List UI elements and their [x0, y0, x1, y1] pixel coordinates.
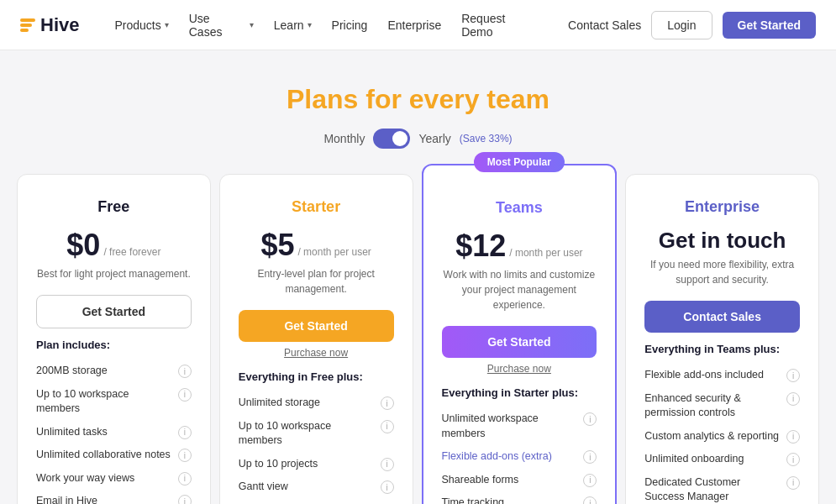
- starter-plan-includes: Everything in Free plus:: [239, 370, 394, 383]
- contact-sales-link[interactable]: Contact Sales: [568, 18, 641, 32]
- nav-item-learn[interactable]: Learn ▾: [266, 13, 320, 37]
- hero-title: Plans for every team: [17, 84, 819, 115]
- list-item: Unlimited workspace members i: [442, 407, 597, 445]
- info-icon[interactable]: i: [178, 472, 192, 486]
- enterprise-plan-includes: Everything in Teams plus:: [644, 343, 800, 355]
- nav-item-request-demo[interactable]: Request Demo: [453, 7, 548, 44]
- teams-feature-list: Unlimited workspace members i Flexible a…: [442, 407, 597, 504]
- nav-items: Products ▾ Use Cases ▾ Learn ▾ Pricing E…: [106, 7, 548, 44]
- info-icon[interactable]: i: [786, 453, 800, 466]
- billing-toggle[interactable]: [373, 129, 410, 149]
- info-icon[interactable]: i: [786, 369, 800, 382]
- info-icon[interactable]: i: [786, 476, 800, 490]
- nav-item-products[interactable]: Products ▾: [106, 13, 176, 37]
- starter-price-period: / month per user: [297, 246, 371, 258]
- teams-plan-title: Teams: [442, 199, 597, 217]
- chevron-down-icon: ▾: [308, 20, 312, 29]
- save-badge: (Save 33%): [460, 133, 513, 144]
- list-item: Gantt view i: [239, 475, 394, 499]
- list-item: Up to 10 workspace members i: [36, 383, 192, 421]
- teams-price-desc: Work with no limits and customize your p…: [442, 267, 597, 312]
- list-item: Time tracking i: [442, 491, 597, 504]
- free-plan-title: Free: [36, 198, 192, 216]
- login-button[interactable]: Login: [651, 11, 712, 39]
- teams-price-amount: $12: [455, 228, 506, 264]
- list-item: Dedicated Customer Success Manager i: [644, 471, 800, 505]
- logo-bar-3: [20, 29, 29, 32]
- enterprise-plan-title: Enterprise: [644, 198, 800, 216]
- enterprise-price-desc: If you need more flexibility, extra supp…: [644, 257, 800, 287]
- starter-plan-title: Starter: [239, 198, 394, 216]
- logo-bar-1: [20, 18, 35, 22]
- logo-icon: [20, 18, 35, 32]
- info-icon[interactable]: i: [381, 396, 394, 410]
- list-item: Shareable forms i: [442, 469, 597, 492]
- free-feature-list: 200MB storage i Up to 10 workspace membe…: [36, 360, 192, 504]
- get-started-nav-button[interactable]: Get Started: [723, 12, 816, 39]
- info-icon[interactable]: i: [583, 474, 597, 487]
- free-price-amount: $0: [66, 228, 100, 263]
- pricing-cards: Free $0 / free forever Best for light pr…: [17, 174, 819, 504]
- info-icon[interactable]: i: [381, 458, 394, 471]
- free-plan-card: Free $0 / free forever Best for light pr…: [17, 174, 211, 504]
- list-item: Unlimited storage i: [239, 391, 394, 415]
- enterprise-price-label: Get in touch: [644, 228, 800, 254]
- info-icon[interactable]: i: [381, 480, 394, 494]
- nav-item-pricing[interactable]: Pricing: [323, 13, 376, 37]
- logo-bar-2: [20, 24, 32, 27]
- nav-item-enterprise[interactable]: Enterprise: [379, 13, 450, 37]
- list-item: Up to 10 projects i: [239, 453, 394, 476]
- info-icon[interactable]: i: [178, 495, 192, 504]
- teams-price-row: $12 / month per user: [442, 228, 597, 264]
- yearly-label: Yearly: [418, 132, 450, 145]
- list-item: Flexible add-ons included i: [644, 364, 800, 387]
- free-price-period: / free forever: [103, 246, 160, 258]
- most-popular-badge: Most Popular: [474, 152, 565, 172]
- navbar: Hive Products ▾ Use Cases ▾ Learn ▾ Pric…: [0, 0, 836, 50]
- chevron-down-icon: ▾: [165, 20, 169, 29]
- nav-item-use-cases[interactable]: Use Cases ▾: [181, 7, 262, 44]
- info-icon[interactable]: i: [583, 450, 597, 464]
- info-icon[interactable]: i: [583, 412, 597, 426]
- list-item: Flexible add-ons (extra) i: [442, 445, 597, 469]
- list-item: Unlimited tasks i: [36, 421, 192, 444]
- info-icon[interactable]: i: [786, 392, 800, 406]
- teams-plan-includes: Everything in Starter plus:: [442, 386, 597, 399]
- free-plan-includes: Plan includes:: [36, 339, 192, 351]
- free-cta-button[interactable]: Get Started: [36, 295, 192, 328]
- teams-cta-button[interactable]: Get Started: [442, 326, 597, 358]
- list-item: Enhanced security & permission controls …: [644, 387, 800, 425]
- logo-text: Hive: [40, 14, 79, 36]
- enterprise-feature-list: Flexible add-ons included i Enhanced sec…: [644, 364, 800, 504]
- info-icon[interactable]: i: [786, 430, 800, 444]
- list-item: Email in Hive i: [36, 490, 192, 504]
- list-item: 200MB storage i: [36, 360, 192, 383]
- starter-plan-card: Starter $5 / month per user Entry-level …: [219, 174, 413, 504]
- main-content: Plans for every team Monthly Yearly (Sav…: [0, 50, 836, 504]
- teams-price-period: / month per user: [509, 247, 582, 259]
- starter-price-amount: $5: [260, 228, 294, 263]
- monthly-label: Monthly: [323, 132, 365, 145]
- info-icon[interactable]: i: [381, 420, 394, 433]
- logo[interactable]: Hive: [20, 14, 79, 36]
- info-icon[interactable]: i: [178, 365, 192, 378]
- enterprise-cta-button[interactable]: Contact Sales: [644, 301, 800, 333]
- nav-right: Contact Sales Login Get Started: [568, 11, 816, 39]
- starter-price-desc: Entry-level plan for project management.: [239, 266, 394, 297]
- list-item: Custom analytics & reporting i: [644, 425, 800, 449]
- info-icon[interactable]: i: [178, 426, 192, 439]
- info-icon[interactable]: i: [583, 496, 597, 504]
- info-icon[interactable]: i: [178, 388, 192, 402]
- teams-plan-card: Most Popular Teams $12 / month per user …: [422, 164, 618, 504]
- toggle-thumb: [392, 131, 407, 146]
- billing-toggle-row: Monthly Yearly (Save 33%): [17, 129, 819, 149]
- info-icon[interactable]: i: [178, 449, 192, 462]
- free-price-row: $0 / free forever: [36, 228, 192, 263]
- chevron-down-icon: ▾: [250, 20, 254, 29]
- list-item: Up to 10 workspace members i: [239, 415, 394, 453]
- teams-purchase-link[interactable]: Purchase now: [442, 363, 597, 375]
- starter-purchase-link[interactable]: Purchase now: [239, 347, 394, 359]
- starter-cta-button[interactable]: Get Started: [239, 310, 394, 342]
- starter-feature-list: Unlimited storage i Up to 10 workspace m…: [239, 391, 394, 504]
- list-item: Work your way views i: [36, 467, 192, 491]
